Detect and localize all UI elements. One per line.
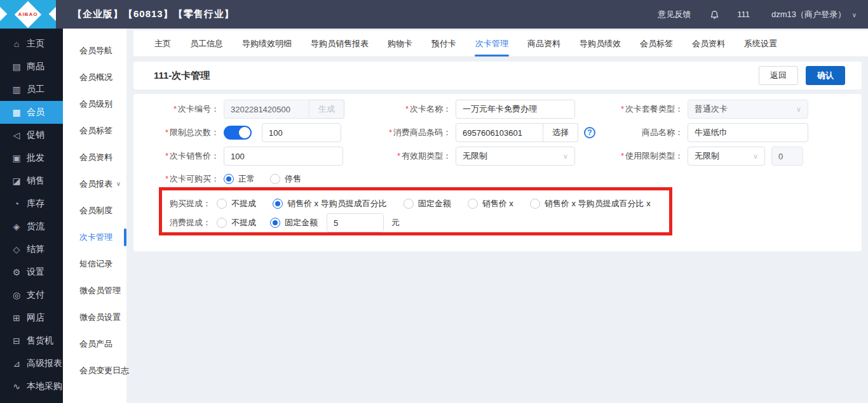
tab-guide-sales-report[interactable]: 导购员销售报表 bbox=[301, 30, 378, 56]
sidebar-item-goods-flow[interactable]: ◈货流 bbox=[0, 215, 63, 238]
page-title: 111-次卡管理 bbox=[154, 70, 210, 82]
submenu-member-tag[interactable]: 会员标签 bbox=[63, 117, 126, 144]
chevron-down-icon: ∨ bbox=[753, 152, 758, 161]
radio-purchase-comm-price-pct[interactable]: 销售价 x 导购员提成百分比 bbox=[273, 198, 387, 209]
sidebar-item-payment[interactable]: ◎支付 bbox=[0, 284, 63, 307]
radio-consume-comm-none[interactable]: 不提成 bbox=[217, 217, 256, 228]
field-label-card-no: *次卡编号： bbox=[146, 103, 219, 115]
tab-goods-info[interactable]: 商品资料 bbox=[518, 30, 570, 56]
radio-icon bbox=[224, 174, 234, 184]
radio-icon bbox=[273, 199, 283, 209]
sidebar-item-staff[interactable]: ▥员工 bbox=[0, 78, 63, 101]
logo-shape bbox=[49, 7, 56, 22]
package-type-select[interactable]: 普通次卡 ∨ bbox=[688, 100, 808, 119]
sidebar-item-wholesale[interactable]: ▣批发 bbox=[0, 147, 63, 169]
limit-times-input[interactable] bbox=[262, 123, 341, 142]
pie-chart-icon: ◔ bbox=[10, 199, 23, 209]
radio-purchase-comm-none[interactable]: 不提成 bbox=[217, 198, 256, 209]
radio-purchasable-normal[interactable]: 正常 bbox=[224, 173, 255, 185]
submenu-member-report[interactable]: 会员报表∨ bbox=[63, 171, 126, 197]
product-name-input[interactable] bbox=[688, 123, 808, 142]
sidebar-item-goods[interactable]: ▤商品 bbox=[0, 55, 63, 78]
help-icon[interactable]: ? bbox=[584, 127, 595, 138]
field-label-package-type: *次卡套餐类型： bbox=[612, 103, 683, 115]
radio-purchase-comm-price-pct-x[interactable]: 销售价 x 导购员提成百分比 x bbox=[530, 198, 651, 209]
submenu-sms-record[interactable]: 短信记录 bbox=[63, 251, 126, 277]
app-title: 【企业版】【60813】【零售行业】 bbox=[72, 8, 234, 20]
limit-times-toggle[interactable] bbox=[224, 126, 252, 140]
tab-guide-perf-detail[interactable]: 导购绩效明细 bbox=[233, 30, 301, 56]
consume-commission-amount-input[interactable] bbox=[327, 213, 384, 232]
member-icon: ▦ bbox=[10, 107, 23, 117]
home-icon: ⌂ bbox=[10, 39, 23, 49]
field-label-product-name: 商品名称： bbox=[612, 127, 683, 138]
tab-shopping-card[interactable]: 购物卡 bbox=[378, 30, 422, 56]
tab-prepaid-card[interactable]: 预付卡 bbox=[422, 30, 466, 56]
confirm-button[interactable]: 确认 bbox=[806, 66, 845, 85]
sidebar-item-member[interactable]: ▦会员 bbox=[0, 101, 63, 124]
submenu-micro-member-settings[interactable]: 微会员设置 bbox=[63, 304, 126, 331]
submenu-micro-member-mgmt[interactable]: 微会员管理 bbox=[63, 277, 126, 304]
radio-icon bbox=[217, 218, 227, 228]
member-submenu: 会员导航 会员概况 会员级别 会员标签 会员资料 会员报表∨ 会员制度 次卡管理… bbox=[63, 29, 126, 403]
radio-consume-comm-fixed[interactable]: 固定金额 bbox=[270, 217, 318, 228]
store-icon: ▤ bbox=[10, 62, 23, 72]
form-card: *次卡编号： 生成 *次卡名称： *次卡套餐类型： 普通次卡 ∨ bbox=[133, 94, 862, 251]
tab-home[interactable]: 主页 bbox=[145, 30, 180, 56]
tab-guide-perf[interactable]: 导购员绩效 bbox=[570, 30, 630, 56]
radio-icon bbox=[270, 174, 280, 184]
barcode-input[interactable] bbox=[456, 123, 543, 142]
top-bar: AIBAO 【企业版】【60813】【零售行业】 意见反馈 111 dzm13（… bbox=[0, 0, 868, 29]
chevron-down-icon: ∨ bbox=[116, 171, 121, 197]
goods-flow-icon: ◈ bbox=[10, 221, 23, 232]
back-button[interactable]: 返回 bbox=[759, 66, 798, 85]
radio-purchase-comm-fixed[interactable]: 固定金额 bbox=[403, 198, 451, 209]
tab-member-info[interactable]: 会员资料 bbox=[682, 30, 735, 56]
generate-button[interactable]: 生成 bbox=[309, 100, 344, 119]
feedback-link[interactable]: 意见反馈 bbox=[658, 9, 691, 20]
sidebar-item-promotion[interactable]: ◁促销 bbox=[0, 124, 63, 147]
tab-times-card[interactable]: 次卡管理 bbox=[466, 30, 518, 56]
sale-price-input[interactable] bbox=[224, 147, 343, 166]
card-name-input[interactable] bbox=[456, 100, 575, 119]
payment-icon: ◎ bbox=[10, 290, 23, 300]
sidebar-item-sales[interactable]: ◪销售 bbox=[0, 169, 63, 192]
app-logo[interactable]: AIBAO bbox=[0, 0, 56, 29]
notification-bell-icon[interactable] bbox=[710, 9, 719, 20]
submenu-member-nav[interactable]: 会员导航 bbox=[63, 37, 126, 64]
usage-limit-value-input[interactable] bbox=[771, 147, 803, 166]
validity-type-select[interactable]: 无限制 ∨ bbox=[456, 147, 575, 166]
unit-label: 元 bbox=[391, 217, 400, 228]
submenu-member-overview[interactable]: 会员概况 bbox=[63, 64, 126, 91]
submenu-member-info[interactable]: 会员资料 bbox=[63, 144, 126, 171]
tab-staff-info[interactable]: 员工信息 bbox=[180, 30, 233, 56]
field-label-limit-times: *限制总次数： bbox=[146, 127, 219, 138]
sidebar-item-settlement[interactable]: ◇结算 bbox=[0, 238, 63, 261]
sidebar-item-local-purchase[interactable]: ∿本地采购 bbox=[0, 375, 63, 398]
user-menu[interactable]: dzm13（商户登录） ∨ bbox=[771, 9, 857, 20]
submenu-member-product[interactable]: 会员产品 bbox=[63, 331, 126, 357]
radio-purchasable-stop[interactable]: 停售 bbox=[270, 173, 301, 185]
submenu-member-level[interactable]: 会员级别 bbox=[63, 91, 126, 117]
sidebar-item-settings[interactable]: ⚙设置 bbox=[0, 261, 63, 284]
submenu-times-card[interactable]: 次卡管理 bbox=[63, 224, 126, 251]
tab-bar: 主页 员工信息 导购绩效明细 导购员销售报表 购物卡 预付卡 次卡管理 商品资料… bbox=[133, 30, 868, 57]
usage-limit-type-select[interactable]: 无限制 ∨ bbox=[688, 147, 765, 166]
sidebar-item-home[interactable]: ⌂主页 bbox=[0, 32, 63, 55]
user-name: dzm13（商户登录） bbox=[771, 10, 846, 19]
tab-member-tag[interactable]: 会员标签 bbox=[630, 30, 682, 56]
sales-chart-icon: ◪ bbox=[10, 176, 23, 186]
chevron-down-icon: ∨ bbox=[852, 11, 857, 18]
radio-purchase-comm-price-x[interactable]: 销售价 x bbox=[468, 198, 513, 209]
field-label-barcode: *消费商品条码： bbox=[381, 127, 451, 138]
barcode-select-button[interactable]: 选择 bbox=[543, 123, 578, 142]
sidebar-item-inventory[interactable]: ◔库存 bbox=[0, 192, 63, 215]
submenu-member-change-log[interactable]: 会员变更日志 bbox=[63, 357, 126, 384]
tab-system-settings[interactable]: 系统设置 bbox=[735, 30, 787, 56]
sidebar-item-advanced-report[interactable]: ⊿高级报表 bbox=[0, 352, 63, 375]
submenu-member-system[interactable]: 会员制度 bbox=[63, 197, 126, 224]
card-no-input[interactable] bbox=[224, 100, 309, 119]
sidebar-item-online-store[interactable]: ⊞网店 bbox=[0, 307, 63, 329]
online-store-icon: ⊞ bbox=[10, 313, 23, 323]
sidebar-item-vending[interactable]: ⊟售货机 bbox=[0, 329, 63, 352]
